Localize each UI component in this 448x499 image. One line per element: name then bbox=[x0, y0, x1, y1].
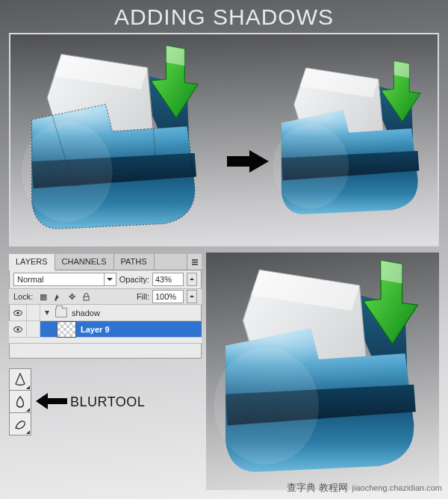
chevron-down-icon bbox=[104, 273, 116, 285]
lock-icons: ▩ ✥ bbox=[37, 291, 92, 303]
panel-tabs: LAYERS CHANNELS PATHS bbox=[9, 254, 202, 270]
tab-channels[interactable]: CHANNELS bbox=[55, 254, 114, 270]
opacity-input[interactable]: 43% bbox=[152, 273, 184, 286]
visibility-toggle[interactable] bbox=[9, 321, 27, 337]
group-row[interactable]: shadow bbox=[9, 305, 202, 321]
blend-mode-select[interactable]: Normal bbox=[13, 273, 116, 286]
watermark-url: jiaocheng.chazidian.com bbox=[352, 483, 442, 492]
layers-panel: LAYERS CHANNELS PATHS Normal Opacity: 43… bbox=[9, 254, 202, 359]
blur-tool-icon[interactable] bbox=[9, 391, 31, 413]
layer-thumbnail bbox=[57, 321, 76, 338]
fill-input[interactable]: 100% bbox=[152, 290, 184, 303]
layer-row-selected[interactable]: Layer 9 bbox=[9, 321, 202, 338]
fill-label: Fill: bbox=[137, 292, 149, 301]
sharpen-tool-icon[interactable] bbox=[9, 368, 31, 391]
disclosure-icon[interactable] bbox=[43, 309, 51, 317]
blur-tool-label: BLURTOOL bbox=[70, 394, 145, 410]
opacity-stepper[interactable] bbox=[187, 273, 197, 286]
group-name: shadow bbox=[72, 309, 100, 317]
layer-tree: shadow Layer 9 bbox=[9, 305, 202, 344]
tool-strip bbox=[9, 368, 31, 436]
watermark-cn: 查字典 教程网 bbox=[287, 481, 348, 495]
arrow-right-icon bbox=[227, 150, 269, 173]
fill-stepper[interactable] bbox=[187, 290, 197, 303]
panel-menu-icon[interactable] bbox=[187, 254, 202, 270]
tab-layers[interactable]: LAYERS bbox=[9, 254, 55, 270]
lock-image-icon[interactable] bbox=[52, 291, 63, 303]
tab-paths[interactable]: PATHS bbox=[114, 254, 155, 270]
comparison-panel bbox=[9, 33, 439, 247]
lock-all-icon[interactable] bbox=[80, 291, 92, 303]
page-title: ADDING SHADOWS bbox=[0, 0, 448, 31]
watermark: 查字典 教程网 jiaocheng.chazidian.com bbox=[287, 481, 442, 495]
smudge-tool-icon[interactable] bbox=[9, 413, 31, 436]
folder-icon bbox=[55, 308, 67, 317]
lock-label: Lock: bbox=[13, 292, 33, 301]
folder-after bbox=[267, 55, 436, 224]
layer-name: Layer 9 bbox=[81, 325, 110, 334]
opacity-label: Opacity: bbox=[119, 275, 149, 284]
visibility-toggle[interactable] bbox=[9, 305, 27, 320]
lock-position-icon[interactable]: ✥ bbox=[66, 291, 78, 303]
blend-mode-value: Normal bbox=[17, 275, 43, 284]
arrow-left-icon bbox=[36, 392, 67, 410]
folder-before bbox=[15, 39, 217, 241]
result-preview bbox=[206, 252, 439, 490]
svg-rect-3 bbox=[84, 297, 89, 300]
lock-transparency-icon[interactable]: ▩ bbox=[37, 291, 49, 303]
